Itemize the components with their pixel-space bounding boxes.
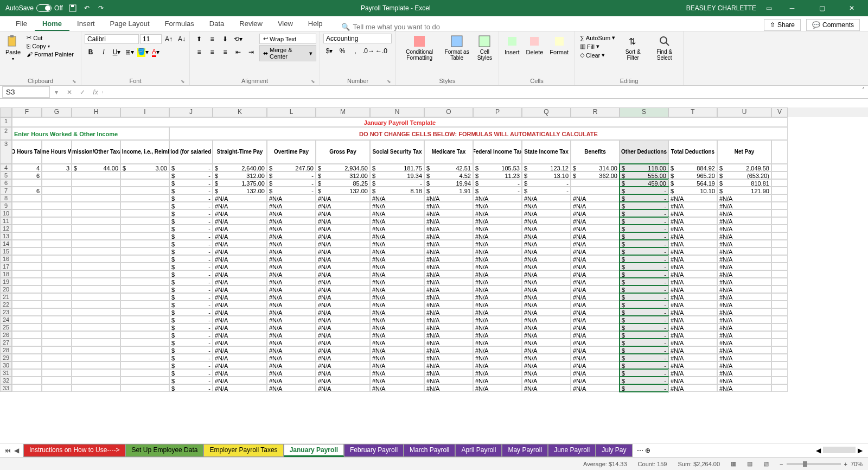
cell[interactable]: #N/A xyxy=(717,255,771,263)
cell[interactable]: #N/A xyxy=(213,270,267,278)
cell[interactable]: #N/A xyxy=(522,369,571,377)
cell[interactable]: #N/A xyxy=(571,225,620,232)
cell[interactable]: $ - xyxy=(169,194,213,202)
cell[interactable]: #N/A xyxy=(522,278,571,285)
cell[interactable]: #N/A xyxy=(316,225,370,232)
cell[interactable] xyxy=(120,301,169,308)
cell[interactable]: #N/A xyxy=(717,308,771,316)
cell[interactable] xyxy=(120,323,169,331)
cell[interactable]: #N/A xyxy=(370,240,424,247)
select-all-corner[interactable] xyxy=(0,107,12,117)
cell[interactable]: $ - xyxy=(169,247,213,255)
cell[interactable]: #N/A xyxy=(522,202,571,209)
cell[interactable]: #N/A xyxy=(213,293,267,301)
horizontal-scroll-right[interactable]: ▶ xyxy=(858,447,863,454)
cell[interactable]: $ 362.00 xyxy=(571,172,620,179)
cell[interactable] xyxy=(771,293,788,301)
cell[interactable]: #N/A xyxy=(424,293,473,301)
cell[interactable]: #N/A xyxy=(370,354,424,361)
cell[interactable] xyxy=(12,285,42,293)
enter-formula-icon[interactable]: ✓ xyxy=(76,88,89,96)
cell[interactable] xyxy=(771,331,788,339)
cell[interactable] xyxy=(12,361,42,369)
cell[interactable]: #N/A xyxy=(267,323,316,331)
cell[interactable]: $ 85.25 xyxy=(316,179,370,187)
cell[interactable]: $ 11.23 xyxy=(473,172,522,179)
zoom-in-button[interactable]: + xyxy=(844,461,847,467)
cell[interactable]: #N/A xyxy=(571,202,620,209)
cell[interactable]: #N/A xyxy=(316,301,370,308)
cell[interactable]: #N/A xyxy=(424,202,473,209)
cell[interactable]: $ - xyxy=(169,278,213,285)
cell[interactable] xyxy=(42,179,72,187)
cell[interactable]: #N/A xyxy=(316,278,370,285)
cell[interactable] xyxy=(72,217,120,225)
cell[interactable]: #N/A xyxy=(717,263,771,270)
cell[interactable]: $ - xyxy=(169,187,213,194)
cell[interactable] xyxy=(42,247,72,255)
sheet-tab[interactable]: Employer Payroll Taxes xyxy=(203,444,283,457)
cell[interactable]: #N/A xyxy=(267,232,316,240)
cell[interactable]: #N/A xyxy=(213,339,267,346)
row-header[interactable]: 30 xyxy=(0,361,12,369)
cell[interactable]: #N/A xyxy=(668,354,717,361)
column-header[interactable]: P xyxy=(473,107,522,117)
cell[interactable] xyxy=(72,346,120,354)
cell[interactable]: #N/A xyxy=(424,361,473,369)
cell[interactable]: #N/A xyxy=(473,255,522,263)
cell[interactable] xyxy=(42,270,72,278)
cell[interactable]: $ - xyxy=(169,316,213,323)
column-header[interactable]: I xyxy=(120,107,169,117)
cell[interactable]: #N/A xyxy=(316,209,370,217)
cell[interactable]: #N/A xyxy=(424,301,473,308)
cell[interactable]: #N/A xyxy=(316,270,370,278)
cell[interactable]: #N/A xyxy=(267,354,316,361)
cell[interactable]: $ - xyxy=(169,270,213,278)
cell[interactable]: #N/A xyxy=(717,194,771,202)
cell[interactable]: #N/A xyxy=(571,263,620,270)
cell[interactable]: #N/A xyxy=(370,217,424,225)
column-header[interactable]: F xyxy=(12,107,42,117)
accounting-format-button[interactable]: $▾ xyxy=(323,46,335,56)
cell[interactable]: $ - xyxy=(473,179,522,187)
cell[interactable]: Federal Income Tax xyxy=(473,140,522,164)
format-cells-button[interactable]: Format xyxy=(547,34,571,56)
cell[interactable]: #N/A xyxy=(668,377,717,384)
menu-tab-formulas[interactable]: Formulas xyxy=(157,17,202,31)
cell[interactable]: #N/A xyxy=(522,285,571,293)
cell[interactable] xyxy=(72,285,120,293)
cell[interactable]: #N/A xyxy=(522,232,571,240)
cell[interactable] xyxy=(571,179,620,187)
sheet-tab[interactable]: June Payroll xyxy=(548,444,596,457)
cell[interactable]: #N/A xyxy=(473,377,522,384)
cell[interactable]: #N/A xyxy=(424,354,473,361)
clear-button[interactable]: ◇ Clear▾ xyxy=(578,51,617,59)
cell[interactable] xyxy=(72,301,120,308)
font-name-select[interactable] xyxy=(85,34,139,44)
cell[interactable]: #N/A xyxy=(717,384,771,392)
align-left-button[interactable]: ≡ xyxy=(193,47,205,58)
cell[interactable] xyxy=(771,285,788,293)
cell[interactable]: $ 19.34 xyxy=(370,172,424,179)
cell[interactable]: #N/A xyxy=(316,323,370,331)
cell[interactable]: $ - xyxy=(620,270,668,278)
column-header[interactable]: T xyxy=(668,107,717,117)
cell[interactable]: #N/A xyxy=(370,232,424,240)
cell[interactable] xyxy=(771,377,788,384)
zoom-out-button[interactable]: − xyxy=(780,461,783,467)
cell[interactable] xyxy=(72,209,120,217)
cell[interactable] xyxy=(12,384,42,392)
collapse-ribbon-icon[interactable]: ˄ xyxy=(862,87,865,93)
cell[interactable]: #N/A xyxy=(267,285,316,293)
menu-tab-home[interactable]: Home xyxy=(35,17,69,31)
cell[interactable] xyxy=(771,217,788,225)
fill-color-button[interactable]: 🪣▾ xyxy=(137,47,149,58)
prev-sheet-button[interactable]: ◀ xyxy=(13,447,20,454)
cell[interactable]: #N/A xyxy=(473,331,522,339)
cell[interactable] xyxy=(120,361,169,369)
cell[interactable]: #N/A xyxy=(370,293,424,301)
row-header[interactable]: 8 xyxy=(0,194,12,202)
cell[interactable] xyxy=(12,255,42,263)
cell[interactable]: $ - xyxy=(620,217,668,225)
cell[interactable]: #N/A xyxy=(213,308,267,316)
